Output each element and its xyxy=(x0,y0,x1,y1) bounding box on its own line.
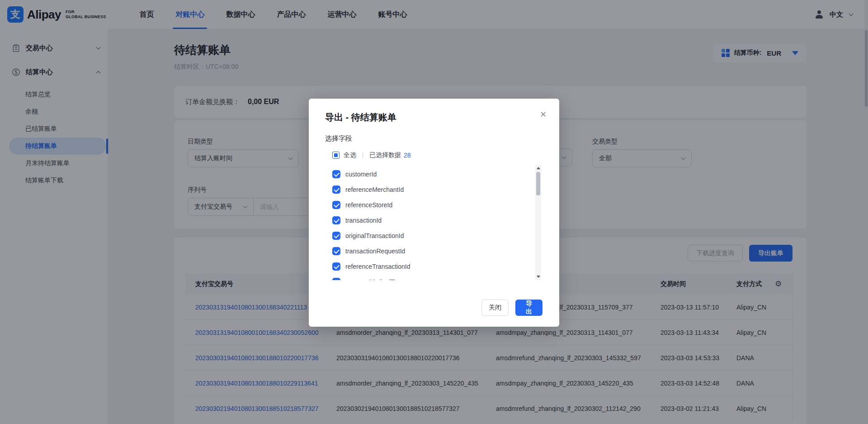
checked-checkbox-icon[interactable] xyxy=(332,170,340,178)
modal-title: 导出 - 待结算账单 xyxy=(325,111,545,124)
field-label: transactionRequestId xyxy=(345,248,405,255)
checked-checkbox-icon[interactable] xyxy=(332,262,340,271)
selected-count: 28 xyxy=(404,152,411,159)
field-checkbox-item[interactable]: referenceMerchantId xyxy=(332,182,541,197)
select-fields-label: 选择字段 xyxy=(325,134,545,143)
field-label: referenceMerchantId xyxy=(345,186,404,193)
checked-checkbox-icon[interactable] xyxy=(332,201,340,209)
field-checkbox-item[interactable]: referenceTransactionId xyxy=(332,259,541,274)
select-all-row: 全选 已选择数据 28 xyxy=(332,151,545,159)
field-label: originalTransactionId xyxy=(345,232,404,239)
field-checkbox-item[interactable]: transactionId xyxy=(332,213,541,228)
select-all-label: 全选 xyxy=(344,151,356,159)
modal-export-button[interactable]: 导出 xyxy=(515,300,542,316)
field-label: transactionId xyxy=(345,217,382,224)
modal-close-button[interactable]: 关闭 xyxy=(481,300,509,316)
scroll-up-icon[interactable] xyxy=(537,167,540,169)
field-checkbox-item[interactable]: paymentMethodType xyxy=(332,274,541,280)
checked-checkbox-icon[interactable] xyxy=(332,186,340,194)
divider xyxy=(363,152,363,158)
select-all-checkbox[interactable] xyxy=(332,152,340,159)
scroll-down-icon[interactable] xyxy=(537,276,540,278)
selected-data-label: 已选择数据 xyxy=(369,151,401,159)
page: 支 Alipay FOR GLOBAL BUSINESS 首页 对账中心 数据中… xyxy=(0,0,868,424)
field-checkbox-item[interactable]: referenceStoreId xyxy=(332,197,541,213)
field-scrollbar-thumb[interactable] xyxy=(536,172,540,195)
field-label: customerId xyxy=(345,171,377,178)
close-icon[interactable]: ✕ xyxy=(540,110,547,119)
checked-checkbox-icon[interactable] xyxy=(332,247,340,255)
checked-checkbox-icon[interactable] xyxy=(332,278,340,280)
field-label: referenceStoreId xyxy=(345,201,392,209)
field-label: paymentMethodType xyxy=(345,278,405,280)
field-list: customerId referenceMerchantId reference… xyxy=(332,165,541,280)
export-modal: 导出 - 待结算账单 ✕ 选择字段 全选 已选择数据 28 customerId… xyxy=(309,99,559,327)
field-checkbox-item[interactable]: transactionRequestId xyxy=(332,243,541,259)
field-list-scrollbar[interactable] xyxy=(535,165,541,280)
field-checkbox-item[interactable]: originalTransactionId xyxy=(332,228,541,243)
field-checkbox-item[interactable]: customerId xyxy=(332,167,541,182)
checked-checkbox-icon[interactable] xyxy=(332,232,340,240)
field-label: referenceTransactionId xyxy=(345,263,410,270)
checked-checkbox-icon[interactable] xyxy=(332,216,340,224)
